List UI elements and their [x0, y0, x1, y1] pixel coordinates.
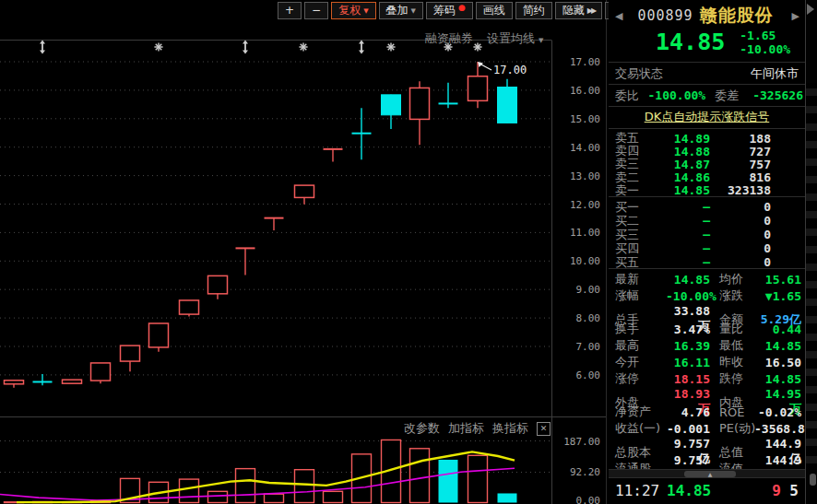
toolbar-button-zoom-out[interactable]: −	[304, 2, 328, 19]
clipped-adjacent-panel	[806, 0, 817, 504]
ma-settings-button[interactable]: 设置均线▼	[487, 30, 543, 47]
ask-row[interactable]: 卖一14.85323138	[609, 182, 805, 195]
price-axis-label: 16.00	[570, 85, 600, 97]
candle	[295, 185, 314, 205]
indicator-button-2[interactable]: 换指标	[492, 420, 528, 437]
bid-row[interactable]: 买三—0	[609, 227, 805, 240]
stat-value: -3568.80	[754, 422, 805, 436]
stats-grid: 最新14.85均价15.61涨幅-10.00%涨跌▼1.65总手33.88万金额…	[609, 269, 805, 470]
candle	[468, 62, 488, 108]
toolbar-button-overlay[interactable]: 叠加▼	[379, 2, 423, 19]
bid-volume: 0	[710, 255, 771, 269]
candle	[33, 374, 53, 385]
updown-signal-icon	[243, 41, 248, 54]
stat-value: 16.50	[754, 356, 801, 369]
star-signal-icon	[386, 42, 395, 51]
volume-axis-label: 92.20	[570, 466, 600, 478]
toolbar-button-simple-mode[interactable]: 简约	[515, 2, 552, 19]
triangle-up-icon: ▲	[708, 471, 713, 477]
order-imbalance-row: 委比 -100.00% 委差 -325626	[609, 85, 805, 107]
price-axis-label: 10.00	[570, 255, 600, 267]
volume-axis-label: 0.00	[576, 495, 601, 504]
stat-value: 14.85	[754, 339, 801, 353]
price-axis-label: 9.00	[576, 284, 601, 296]
toolbar-button-chips[interactable]: 筹码●	[426, 2, 473, 19]
double-arrow-icon: ▶▶	[587, 3, 595, 18]
chart-toolbar: +−复权▼叠加▼筹码●画线简约隐藏▶▶	[278, 2, 631, 19]
indicator-button-1[interactable]: 加指标	[448, 420, 484, 437]
indicator-button-0[interactable]: 改参数	[404, 420, 440, 437]
candle	[180, 300, 199, 317]
next-stock-arrow[interactable]: ▶	[790, 10, 801, 22]
stat-value: 3.47%	[666, 322, 710, 336]
stat-value: 14.85	[754, 372, 801, 386]
candle	[63, 380, 82, 383]
candle	[149, 323, 169, 352]
last-price: 14.85	[656, 29, 725, 56]
candle	[265, 218, 284, 230]
ask-row[interactable]: 卖四14.88727	[609, 143, 805, 156]
chevron-down-icon: ▼	[363, 4, 368, 19]
stat-value: 18.15	[666, 372, 710, 386]
stat-value: 4.76	[666, 405, 710, 419]
stock-name: 赣能股份	[700, 4, 790, 28]
arrow-right-icon	[807, 4, 814, 15]
updown-signal-icon	[359, 41, 364, 54]
panel-splitter[interactable]: ▲	[609, 470, 805, 478]
ask-price: 14.85	[646, 183, 710, 197]
candle	[439, 83, 458, 109]
candle	[352, 108, 372, 159]
stock-code: 000899	[637, 7, 693, 24]
tick-row: 11:2714.8595	[609, 479, 805, 501]
weibi-value: -100.00%	[645, 88, 705, 102]
prev-stock-arrow[interactable]: ◀	[613, 10, 624, 22]
bid-row[interactable]: 买四—0	[609, 240, 805, 253]
dk-signal-link[interactable]: DK点自动提示涨跌信号	[645, 110, 770, 123]
ask-row[interactable]: 卖二14.86816	[609, 170, 805, 182]
stat-row: 总手33.88万金额5.29亿	[609, 304, 805, 321]
candle	[410, 81, 430, 145]
splitter-handle[interactable]: ▲	[684, 471, 736, 477]
bid-row[interactable]: 买一—0	[609, 199, 805, 212]
red-dot-icon: ●	[458, 5, 466, 10]
toolbar-button-zoom-in[interactable]: +	[278, 2, 302, 19]
price-axis-label: 14.00	[570, 142, 600, 154]
toolbar-button-hide[interactable]: 隐藏▶▶	[555, 2, 602, 19]
stat-value: -0.001	[666, 422, 710, 436]
ask-row[interactable]: 卖五14.89188	[609, 130, 805, 143]
stat-value: -0.02%	[754, 405, 801, 419]
price-axis-label: 17.00	[570, 56, 600, 68]
signal-markers	[40, 41, 482, 54]
quote-panel: ◀ 000899 赣能股份 ▶ 14.85 -1.65-10.00% 交易状态 …	[609, 0, 806, 504]
quote-header: ◀ 000899 赣能股份 ▶ 14.85 -1.65-10.00%	[609, 0, 805, 63]
chevron-down-icon: ▼	[411, 4, 416, 19]
stat-row: 涨幅-10.00%涨跌▼1.65	[609, 287, 805, 304]
candle	[5, 381, 24, 388]
stat-value: ▼1.65	[754, 289, 801, 303]
bid-row[interactable]: 买二—0	[609, 213, 805, 226]
stat-value: 144.9亿	[754, 453, 801, 470]
price-axis-label: 15.00	[570, 113, 600, 125]
stat-value: 14.85	[666, 273, 710, 287]
stat-value: 15.61	[754, 273, 801, 287]
svg-text:17.00: 17.00	[493, 64, 527, 76]
ask-row[interactable]: 卖三14.87757	[609, 156, 805, 169]
stat-value: 0.44	[754, 322, 801, 336]
toolbar-button-adjust-price[interactable]: 复权▼	[331, 2, 375, 19]
status-label: 交易状态	[615, 65, 663, 82]
stat-row: 换手3.47%量比0.44	[609, 321, 805, 337]
candle	[382, 95, 401, 129]
updown-signal-icon	[40, 41, 45, 54]
stat-row: 涨停18.15跌停14.85	[609, 370, 805, 387]
price-annotation: 17.00	[478, 62, 527, 76]
bid-row[interactable]: 买五—0	[609, 254, 805, 267]
star-signal-icon	[299, 42, 307, 51]
scrollbar-thumb[interactable]	[810, 474, 816, 486]
stat-row: 今开16.11昨收16.50	[609, 354, 805, 370]
close-indicator-button[interactable]: ✕	[537, 422, 551, 436]
stat-row: 收益(一)-0.001PE(动)-3568.80	[609, 420, 805, 437]
bid-price: —	[646, 255, 710, 269]
tick-list: 11:2714.859511:2714.8594	[609, 479, 805, 504]
toolbar-button-draw-line[interactable]: 画线	[476, 2, 513, 19]
candle	[324, 149, 343, 162]
